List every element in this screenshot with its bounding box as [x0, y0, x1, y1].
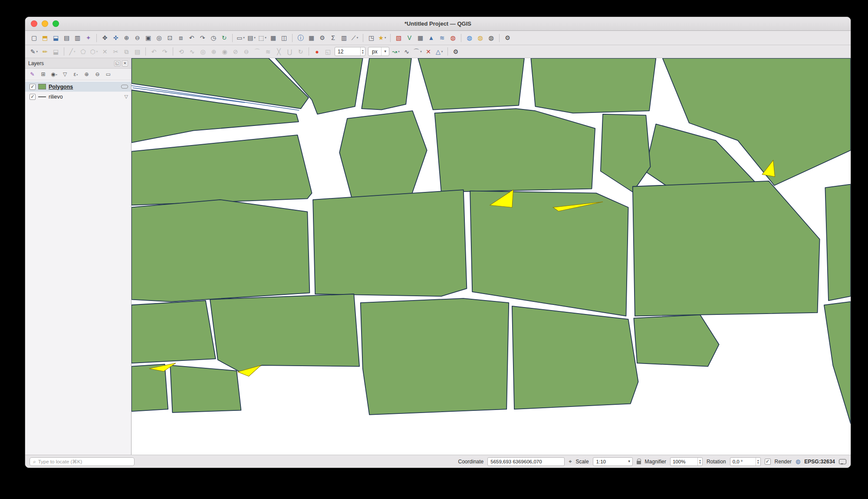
- layer-styling-button[interactable]: ✎: [27, 70, 37, 79]
- zoom-to-layer-button[interactable]: ⧈: [175, 33, 186, 43]
- merge-features-button[interactable]: ⋃: [284, 46, 295, 57]
- expand-all-button[interactable]: ⊕: [82, 70, 92, 79]
- render-checkbox[interactable]: ✓: [765, 459, 771, 465]
- size-input[interactable]: [335, 47, 360, 56]
- new-bookmark-button[interactable]: ★▾: [377, 33, 388, 43]
- identify-features-button[interactable]: ⓘ: [295, 33, 306, 43]
- delete-ring-button[interactable]: ⊘: [230, 46, 241, 57]
- add-vector-layer-button[interactable]: V: [404, 33, 415, 43]
- zoom-in-button[interactable]: ⊕: [121, 33, 132, 43]
- extent-toggle-icon[interactable]: ⌖: [569, 458, 572, 465]
- snapping-options-button[interactable]: ●: [312, 46, 322, 57]
- remove-layer-button[interactable]: ▭: [103, 70, 113, 79]
- offset-curve-button[interactable]: ≋: [263, 46, 273, 57]
- coordinate-input[interactable]: [487, 457, 565, 466]
- data-source-manager-button[interactable]: ▧: [393, 33, 404, 43]
- crs-globe-icon[interactable]: ◍: [796, 458, 800, 465]
- pan-map-button[interactable]: ✥: [99, 33, 110, 43]
- map-canvas[interactable]: [132, 58, 851, 455]
- osm-search-button[interactable]: ◍: [475, 33, 486, 43]
- add-polygon-button[interactable]: ⬠: [78, 46, 89, 57]
- filter-legend-button[interactable]: ▽: [60, 70, 70, 79]
- toggle-editing-button[interactable]: ✏: [39, 46, 50, 57]
- style-manager-button[interactable]: ✦: [83, 33, 94, 43]
- size-stepper[interactable]: ▲▼: [360, 47, 365, 56]
- close-line-button[interactable]: ✕: [423, 46, 434, 57]
- new-print-layout-button[interactable]: ▤: [61, 33, 72, 43]
- magnifier-input[interactable]: [671, 458, 697, 466]
- scale-lock-icon[interactable]: [637, 461, 641, 464]
- close-window-button[interactable]: [31, 20, 37, 27]
- curve-digitizing-button[interactable]: ⌒▾: [412, 46, 423, 57]
- zoom-native-button[interactable]: ◎: [154, 33, 164, 43]
- select-features-button[interactable]: ▭▾: [235, 33, 246, 43]
- rotation-stepper[interactable]: ▲▼: [756, 458, 760, 466]
- digitize-segment-button[interactable]: ╱▾: [67, 46, 78, 57]
- invert-selection-button[interactable]: ◫: [279, 33, 289, 43]
- new-project-button[interactable]: ▢: [29, 33, 39, 43]
- layer-visibility-checkbox[interactable]: ✓: [30, 84, 36, 90]
- map-themes-button[interactable]: ◉▾: [49, 70, 59, 79]
- collapse-all-button[interactable]: ⊖: [92, 70, 102, 79]
- tracing-toggle-button[interactable]: ↝▾: [391, 46, 401, 57]
- open-project-button[interactable]: ⬒: [39, 33, 50, 43]
- add-mesh-layer-button[interactable]: ▲: [426, 33, 437, 43]
- add-wms-layer-button[interactable]: ◍: [447, 33, 458, 43]
- add-part-button[interactable]: ⊕: [208, 46, 219, 57]
- rotate-point-symbols-button[interactable]: ↻: [295, 46, 306, 57]
- save-layer-edits-button[interactable]: ⬓: [50, 46, 61, 57]
- map-tips-button[interactable]: ◳: [366, 33, 377, 43]
- filter-expression-button[interactable]: ε▾: [71, 70, 81, 79]
- advanced-digitizing-dock-button[interactable]: ◱: [322, 46, 333, 57]
- add-delimited-text-button[interactable]: ≋: [437, 33, 447, 43]
- crs-label[interactable]: EPSG:32634: [804, 459, 835, 465]
- add-raster-layer-button[interactable]: ▦: [415, 33, 426, 43]
- simplify-feature-button[interactable]: ∿: [187, 46, 197, 57]
- locator-search[interactable]: ⌕: [30, 457, 135, 466]
- delete-selected-button[interactable]: ✕: [99, 46, 110, 57]
- rotation-spinbox[interactable]: ▲▼: [730, 457, 761, 466]
- stream-digitizing-button[interactable]: ∿: [401, 46, 412, 57]
- temporal-controller-button[interactable]: ◷: [208, 33, 219, 43]
- deselect-features-button[interactable]: ⬚▾: [257, 33, 268, 43]
- unit-select[interactable]: px ▼: [368, 47, 389, 56]
- zoom-out-button[interactable]: ⊖: [132, 33, 143, 43]
- undo-button[interactable]: ↶: [148, 46, 159, 57]
- layer-item-polygons[interactable]: ✓Polygons: [25, 82, 131, 92]
- measure-button[interactable]: ⟋▾: [349, 33, 360, 43]
- attribute-table-button[interactable]: ▦: [306, 33, 317, 43]
- sql-query-button[interactable]: ▥: [339, 33, 349, 43]
- paste-features-button[interactable]: ▤: [132, 46, 143, 57]
- locator-input[interactable]: [38, 459, 131, 464]
- plugin-tool-button[interactable]: ⚙: [502, 33, 513, 43]
- reshape-features-button[interactable]: ⌒: [252, 46, 263, 57]
- magnifier-spinbox[interactable]: ▲▼: [670, 457, 703, 466]
- zoom-last-button[interactable]: ↶: [186, 33, 197, 43]
- zoom-to-selection-button[interactable]: ⊡: [164, 33, 175, 43]
- map-svg[interactable]: [132, 58, 851, 455]
- save-project-button[interactable]: ⬓: [50, 33, 61, 43]
- zoom-full-button[interactable]: ▣: [143, 33, 154, 43]
- zoom-next-button[interactable]: ↷: [197, 33, 208, 43]
- layer-visibility-checkbox[interactable]: ✓: [30, 94, 36, 100]
- geocode-button[interactable]: ◍: [486, 33, 496, 43]
- redo-button[interactable]: ↷: [159, 46, 170, 57]
- add-ring-button[interactable]: ◎: [197, 46, 208, 57]
- messages-icon[interactable]: [839, 459, 846, 464]
- rotation-input[interactable]: [730, 458, 756, 466]
- copy-features-button[interactable]: ⧉: [121, 46, 132, 57]
- current-edits-button[interactable]: ✎▾: [29, 46, 39, 57]
- field-calculator-button[interactable]: ⚙: [317, 33, 328, 43]
- cad-constraints-button[interactable]: △▾: [434, 46, 445, 57]
- select-all-button[interactable]: ▦: [268, 33, 279, 43]
- dock-panel-icon[interactable]: ◱: [114, 60, 120, 66]
- select-by-value-button[interactable]: ▤▾: [246, 33, 257, 43]
- size-spinbox[interactable]: ▲▼: [335, 47, 365, 56]
- vertex-tool-button[interactable]: ⬡▾: [89, 46, 99, 57]
- scale-combo[interactable]: 1:10 ▼: [593, 457, 633, 466]
- fill-ring-button[interactable]: ◉: [219, 46, 230, 57]
- digitizing-settings-button[interactable]: ⚙: [450, 46, 461, 57]
- rotate-feature-button[interactable]: ⟲: [176, 46, 187, 57]
- layout-manager-button[interactable]: ▥: [72, 33, 83, 43]
- minimize-window-button[interactable]: [42, 20, 48, 27]
